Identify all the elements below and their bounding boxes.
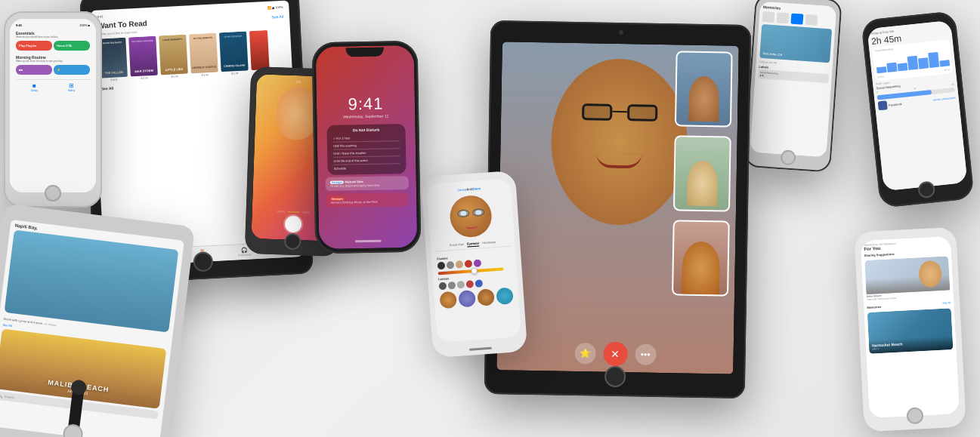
headwear-tab[interactable]: Headwear (482, 240, 496, 246)
facetime-controls: ⭐ ✕ ••• (574, 341, 657, 367)
book-item-4[interactable]: ELI HALDEMANN PERFECT COUPLE $14.99 (189, 32, 218, 77)
dnd-menu: Do Not Disturb ✓ For 1 hour Until this e… (327, 124, 407, 175)
screentime-screen: Today at 8:41 AM 2h 45m Social Networkin… (867, 20, 967, 191)
sharing-suggestions-label: Sharing Suggestions (864, 252, 895, 257)
camera-home-button[interactable] (283, 233, 301, 251)
gallery-tab[interactable]: ⊞Gallery (68, 82, 76, 92)
memories-screen: Memories San Jose, CA Today at 8:41 AM L… (750, 2, 836, 158)
iphone-foryou-device: Wednesday, September 12 For You Sharing … (854, 227, 966, 432)
front-camera (619, 30, 623, 35)
playlist-card[interactable]: Play Playlist (16, 41, 52, 51)
animoji-cancel[interactable]: Cancel (457, 187, 467, 192)
lens-dark[interactable] (439, 282, 447, 291)
search-icon: 🔍 (0, 394, 2, 399)
book-item-1[interactable]: DAVID BALDACCI THE FALLEN $18.25 (98, 38, 128, 82)
swatch-gray[interactable] (447, 261, 455, 269)
shortcuts-home-button[interactable] (45, 185, 61, 202)
facetime-end-call-btn[interactable]: ✕ (603, 342, 628, 367)
video-mode[interactable]: VIDEO (302, 211, 309, 214)
ipad-malibu-device: Napili Bay, Share with Lynne and 4 more … (0, 204, 195, 437)
want-to-read-title: Want To Read (97, 19, 147, 29)
swatch-black[interactable] (437, 262, 446, 270)
shutter-button[interactable] (284, 216, 301, 233)
foryou-screen: Wednesday, September 12 For You Sharing … (861, 236, 960, 418)
facetime-more-btn[interactable]: ••• (635, 343, 656, 365)
lens-red[interactable] (465, 280, 474, 288)
show-categories-button[interactable]: SHOW CATEGORIES (933, 97, 956, 102)
morning-card-1[interactable]: ■■ (16, 65, 52, 75)
ipad-facetime-home-button[interactable] (604, 366, 625, 387)
animoji-face (449, 194, 493, 239)
foryou-home-button[interactable] (906, 407, 923, 424)
animoji-selection-row (439, 288, 513, 309)
animoji-home-indicator (468, 347, 491, 351)
lens-blue[interactable] (475, 279, 483, 288)
book-item-3[interactable]: LIANE MORIARTY LITTLE LIES $12.99 (159, 35, 188, 79)
lens-light[interactable] (457, 281, 465, 289)
lens-gray[interactable] (448, 282, 456, 290)
lock-date: Wednesday, September 12 (343, 113, 388, 118)
social-hair-tab[interactable]: Social Hair (450, 242, 465, 248)
memories-home-button[interactable] (780, 149, 796, 165)
memories-section-title: Memories (867, 305, 881, 309)
see-all-books[interactable]: See All (271, 14, 283, 19)
eyewear-tab[interactable]: Eyewear (467, 241, 480, 247)
memories-location: San Jose, CA (762, 51, 782, 57)
notch (346, 48, 384, 57)
iphone-shortcuts-device: 9:41 100% ■ Essentials Shortcuts you sho… (4, 11, 102, 208)
swatch-purple[interactable] (474, 259, 482, 267)
animoji-done[interactable]: Done (473, 186, 481, 191)
photos-count: 47 Photos (45, 322, 57, 327)
memories-card[interactable]: Nantucket Beach MAY 6 (867, 308, 954, 354)
shortcuts-screen: 9:41 100% ■ Essentials Shortcuts you sho… (10, 19, 96, 192)
home-indicator (355, 240, 382, 243)
lock-time: 9:41 (348, 94, 383, 114)
see-all-memories[interactable]: See All (942, 301, 951, 305)
facetime-star-btn[interactable]: ⭐ (574, 343, 595, 364)
animoji-screen: Cancel 9:41 Done (426, 178, 521, 342)
notification-1[interactable]: Messages Michael Dibs I'll see you brigh… (326, 176, 409, 191)
swatch-gold[interactable] (456, 260, 464, 269)
home-eta-card[interactable]: Home ETA (54, 41, 90, 51)
iphone-x-device: 9:41 Wednesday, September 12 Do Not Dist… (312, 41, 422, 254)
photo-mode[interactable]: PHOTO (277, 210, 285, 213)
morning-card-2[interactable]: ⚡ (54, 65, 90, 75)
essentials-sub: Shortcuts you should have in your toolbo… (16, 35, 90, 38)
book-item-5[interactable]: JOHN GRISHAM CAMINO ISLAND $11.99 (219, 31, 249, 75)
notification-2[interactable]: Messages Amren's Birthday Music at the P… (326, 192, 409, 208)
malibu-screen: Napili Bay, Share with Lynne and 4 more … (0, 220, 184, 437)
iphone-animoji-device: Cancel 9:41 Done (421, 171, 527, 358)
ipad-books-home-button[interactable] (193, 251, 213, 272)
portrait-mode[interactable]: PORTRAIT (288, 211, 299, 214)
library-tab[interactable]: ■Library (31, 82, 38, 92)
iphone-memories-device: Memories San Jose, CA Today at 8:41 AM L… (744, 0, 842, 173)
swatch-red[interactable] (465, 260, 473, 268)
book-item-2[interactable]: VICTORIA AVEYARD WAR STORM $17.99 (128, 36, 158, 81)
facebook-label: Facebook (889, 102, 902, 107)
lockscreen-screen: 9:41 Wednesday, September 12 Do Not Dist… (316, 45, 418, 249)
sharing-suggestion-card[interactable]: Baker Beach Share with Karina and 4 more (864, 256, 951, 301)
iphone-screentime-device: Today at 8:41 AM 2h 45m Social Networkin… (861, 11, 974, 208)
dnd-option-5[interactable]: Schedule (334, 164, 400, 172)
main-scene: Memories San Jose, CA Today at 8:41 AM L… (0, 0, 980, 437)
facetime-screen: ⭐ ✕ ••• (496, 42, 739, 374)
morning-sub: Wake up with these shortcuts to start yo… (16, 60, 90, 63)
